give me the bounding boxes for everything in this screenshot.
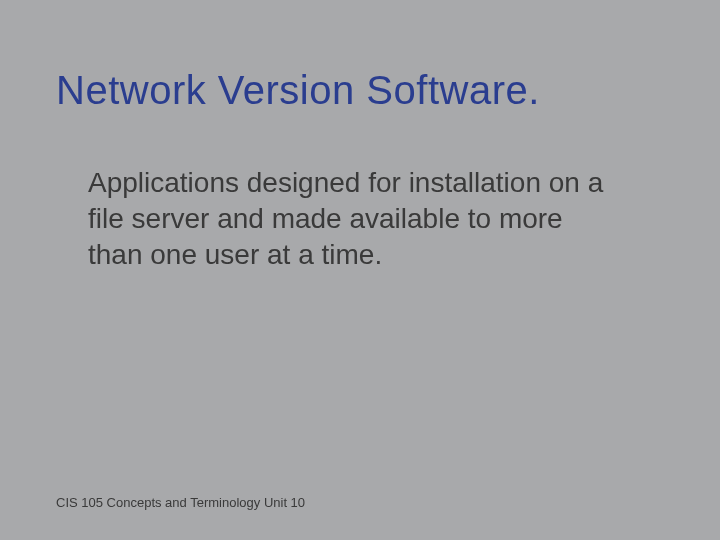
slide-container: Network Version Software. Applications d…: [0, 0, 720, 540]
slide-body: Applications designed for installation o…: [56, 165, 616, 272]
slide-footer: CIS 105 Concepts and Terminology Unit 10: [56, 495, 305, 510]
slide-title: Network Version Software.: [56, 68, 664, 113]
